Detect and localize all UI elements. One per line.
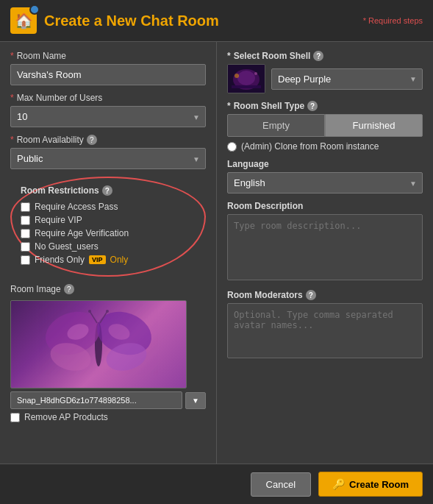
shell-type-label: * Room Shell Type ? <box>227 101 423 111</box>
remove-ap-label: Remove AP Products <box>24 412 108 422</box>
language-label: Language <box>227 159 423 169</box>
shell-preview-row: Deep Purple Blue Ocean Green Forest <box>227 64 423 93</box>
restriction-access-pass: Require Access Pass <box>21 202 196 212</box>
create-room-label: Create Room <box>349 479 409 490</box>
room-restrictions-box: Room Restrictions ? Require Access Pass … <box>10 177 206 277</box>
shell-type-buttons: Empty Furnished <box>227 114 423 137</box>
room-availability-label: * Room Availability ? <box>10 135 206 145</box>
remove-ap-checkbox[interactable] <box>10 413 20 422</box>
require-age-checkbox[interactable] <box>21 229 30 238</box>
room-description-textarea[interactable] <box>227 214 423 280</box>
room-availability-select-wrapper: Public Private <box>10 148 206 169</box>
room-moderators-label: Room Moderators ? <box>227 290 423 300</box>
select-shell-label: * Select Room Shell ? <box>227 51 423 61</box>
svg-point-15 <box>235 74 239 78</box>
avatar-indicator <box>29 4 40 15</box>
clone-label: (Admin) Clone from Room instance <box>241 141 379 152</box>
clone-radio[interactable] <box>227 142 237 152</box>
vip-badge: VIP <box>89 255 106 264</box>
access-pass-checkbox[interactable] <box>21 202 30 212</box>
left-panel: * Room Name * Max Number of Users 10 20 … <box>0 42 217 464</box>
shell-type-section: * Room Shell Type ? Empty Furnished (Adm… <box>227 101 423 152</box>
room-name-label: * Room Name <box>10 51 206 61</box>
restrictions-help-icon[interactable]: ? <box>102 185 112 196</box>
room-name-section: * Room Name <box>10 51 206 85</box>
room-description-label: Room Description <box>227 201 423 211</box>
create-room-button[interactable]: 🔑 Create Room <box>318 472 423 497</box>
restrictions-title: Room Restrictions ? <box>21 185 196 196</box>
butterfly-svg <box>32 304 165 385</box>
restriction-no-guest: No Guest_users <box>21 241 196 252</box>
moderators-help-icon[interactable]: ? <box>306 290 316 300</box>
room-image-section: Room Image ? <box>10 284 206 422</box>
restriction-age: Require Age Verification <box>21 228 196 238</box>
clone-row: (Admin) Clone from Room instance <box>227 141 423 152</box>
room-image-preview <box>10 300 187 388</box>
shell-thumbnail <box>227 64 265 93</box>
cancel-button[interactable]: Cancel <box>251 472 311 497</box>
content-area: * Room Name * Max Number of Users 10 20 … <box>0 42 433 464</box>
image-name-select[interactable]: Snap_H8dhGD6z1o774898258... <box>10 391 182 409</box>
shell-type-empty-button[interactable]: Empty <box>227 114 325 137</box>
max-users-section: * Max Number of Users 10 20 50 <box>10 93 206 127</box>
remove-ap-row: Remove AP Products <box>10 412 206 422</box>
room-moderators-textarea[interactable] <box>227 303 423 358</box>
room-image-help-icon[interactable]: ? <box>64 284 74 294</box>
restriction-vip: Require VIP <box>21 215 196 225</box>
dialog-title: Create a New Chat Room <box>44 13 219 29</box>
svg-point-10 <box>106 310 109 313</box>
shell-type-furnished-button[interactable]: Furnished <box>325 114 423 137</box>
room-name-input[interactable] <box>10 64 206 85</box>
language-select[interactable]: English Spanish French German <box>227 172 423 194</box>
shell-thumb-svg <box>228 65 265 93</box>
language-section: Language English Spanish French German <box>227 159 423 194</box>
select-shell-section: * Select Room Shell ? <box>227 51 423 93</box>
footer-bar: Cancel 🔑 Create Room <box>0 464 433 504</box>
image-select-row: Snap_H8dhGD6z1o774898258... ▼ <box>10 391 206 409</box>
max-users-label: * Max Number of Users <box>10 93 206 103</box>
svg-point-13 <box>237 71 255 85</box>
max-users-select[interactable]: 10 20 50 <box>10 106 206 127</box>
room-availability-select[interactable]: Public Private <box>10 148 206 169</box>
right-panel: * Select Room Shell ? <box>217 42 433 464</box>
title-bar: 🏠 Create a New Chat Room * Required step… <box>0 0 433 42</box>
image-dropdown-button[interactable]: ▼ <box>185 392 206 409</box>
only-text: Only <box>110 255 129 265</box>
select-shell-help-icon[interactable]: ? <box>313 51 323 61</box>
create-room-icon: 🔑 <box>332 478 345 490</box>
room-description-section: Room Description <box>227 201 423 283</box>
max-users-select-wrapper: 10 20 50 <box>10 106 206 127</box>
shell-type-help-icon[interactable]: ? <box>307 101 318 111</box>
room-availability-section: * Room Availability ? Public Private <box>10 135 206 169</box>
require-vip-checkbox[interactable] <box>21 216 30 225</box>
room-image-label: Room Image ? <box>10 284 206 294</box>
restriction-friends-only: Friends Only VIP Only <box>21 255 196 265</box>
app-icon: 🏠 <box>10 7 37 34</box>
language-select-wrapper: English Spanish French German <box>227 172 423 194</box>
no-guest-checkbox[interactable] <box>21 242 30 252</box>
shell-select[interactable]: Deep Purple Blue Ocean Green Forest <box>271 68 423 90</box>
shell-select-wrapper: Deep Purple Blue Ocean Green Forest <box>271 68 423 90</box>
room-moderators-section: Room Moderators ? <box>227 290 423 361</box>
room-availability-help-icon[interactable]: ? <box>87 135 97 145</box>
required-note: * Required steps <box>363 16 423 25</box>
svg-point-16 <box>254 72 257 75</box>
friends-only-checkbox[interactable] <box>21 255 30 265</box>
svg-rect-14 <box>232 85 261 88</box>
svg-point-9 <box>88 310 91 313</box>
